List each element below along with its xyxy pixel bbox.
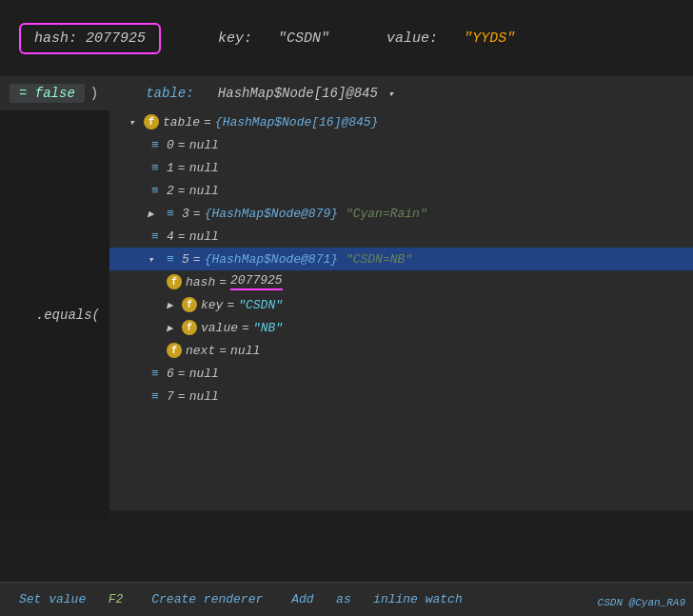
var-value: value — [201, 321, 238, 335]
idx-4: 4 — [167, 229, 174, 244]
idx-5: 5 — [182, 252, 189, 267]
field-next[interactable]: f next = null — [109, 339, 693, 362]
idx-1: 1 — [167, 161, 174, 175]
value-value: "YYDS" — [464, 30, 515, 47]
inline-watch-label: inline watch — [373, 592, 463, 606]
eq-1: = — [178, 161, 186, 175]
array-icon-3: ≡ — [163, 206, 178, 221]
array-icon-1: ≡ — [148, 160, 163, 175]
eq-7: = — [178, 389, 186, 404]
field-key[interactable]: ▶ f key = "CSDN" — [109, 293, 693, 316]
value-str-val: "NB" — [253, 321, 283, 335]
array-item-1[interactable]: ≡ 1 = null — [109, 156, 693, 179]
array-item-0[interactable]: ≡ 0 = null — [109, 133, 693, 156]
idx-2: 2 — [167, 184, 174, 198]
hash-num-val: 2077925 — [230, 273, 283, 290]
ref-5: {HashMap$Node@871} — [205, 252, 338, 267]
array-item-6[interactable]: ≡ 6 = null — [109, 362, 693, 385]
eq-key: = — [227, 298, 234, 312]
array-icon-6: ≡ — [148, 366, 163, 381]
array-icon-0: ≡ — [148, 137, 163, 152]
eq-sign: = — [204, 115, 211, 129]
idx-3: 3 — [182, 207, 189, 221]
top-bar: hash: 2077925 key: "CSDN" value: "YYDS" — [0, 0, 693, 76]
expand-value-icon[interactable]: ▶ — [167, 322, 178, 334]
key-str-val: "CSDN" — [238, 298, 283, 312]
collapse-arrow-5-icon[interactable]: ▾ — [148, 253, 159, 266]
val-6: null — [189, 367, 219, 381]
eq-0: = — [178, 138, 186, 152]
hash-value: 2077925 — [86, 30, 146, 47]
array-icon-4: ≡ — [148, 229, 163, 244]
add-inline-watch-button[interactable]: Add as inline watch — [291, 592, 462, 606]
var-hash: hash — [186, 275, 215, 289]
field-icon-next: f — [167, 343, 182, 358]
expand-arrow-3-icon[interactable]: ▶ — [148, 208, 159, 220]
var-key: key — [201, 298, 223, 312]
table-label: table: — [146, 86, 193, 101]
key-display: key: "CSDN" — [218, 30, 329, 47]
val-0: null — [189, 138, 219, 152]
set-value-button[interactable]: Set value F2 — [19, 592, 123, 606]
val-4: null — [189, 229, 219, 244]
field-icon-value: f — [182, 320, 197, 335]
false-bar: = false ) table: HashMap$Node[16]@845 ▾ — [0, 76, 693, 110]
str-3: "Cyan=Rain" — [346, 207, 427, 221]
next-val: null — [230, 344, 260, 358]
field-hash[interactable]: f hash = 2077925 — [109, 270, 693, 293]
dropdown-arrow-icon[interactable]: ▾ — [387, 89, 394, 100]
key-label: key: — [218, 30, 252, 47]
idx-0: 0 — [167, 138, 174, 152]
field-icon-key: f — [182, 297, 197, 312]
create-renderer-label: Create renderer — [151, 592, 263, 606]
value-label: value: — [386, 30, 438, 47]
debug-panel: ▾ f table = {HashMap$Node[16]@845} ≡ 0 =… — [109, 110, 693, 510]
bottom-bar: Set value F2 Create renderer Add as inli… — [0, 582, 693, 616]
array-item-5[interactable]: ▾ ≡ 5 = {HashMap$Node@871} "CSDN=NB" — [109, 248, 693, 270]
left-panel: .equals( — [0, 110, 109, 520]
expand-key-icon[interactable]: ▶ — [167, 299, 178, 311]
var-table: table — [163, 115, 200, 129]
f2-key-hint: F2 — [109, 592, 124, 606]
array-item-7[interactable]: ≡ 7 = null — [109, 385, 693, 407]
as-label: as — [336, 592, 351, 606]
array-item-3[interactable]: ▶ ≡ 3 = {HashMap$Node@879} "Cyan=Rain" — [109, 202, 693, 225]
table-obj-ref: {HashMap$Node[16]@845} — [215, 115, 379, 129]
val-7: null — [189, 389, 219, 404]
table-header: table: HashMap$Node[16]@845 ▾ — [127, 86, 693, 101]
idx-6: 6 — [167, 367, 174, 381]
str-5: "CSDN=NB" — [346, 252, 412, 267]
eq-4: = — [178, 229, 186, 244]
array-icon-2: ≡ — [148, 183, 163, 198]
hash-box: hash: 2077925 — [19, 23, 161, 54]
key-value: "CSDN" — [278, 30, 329, 47]
array-icon-7: ≡ — [148, 388, 163, 404]
eq-3: = — [193, 207, 201, 221]
hash-label: hash: — [34, 30, 77, 47]
val-1: null — [189, 161, 219, 175]
eq-next: = — [219, 344, 227, 358]
table-ref: HashMap$Node[16]@845 — [218, 86, 378, 101]
close-paren: ) — [90, 86, 98, 101]
array-item-2[interactable]: ≡ 2 = null — [109, 179, 693, 202]
ref-3: {HashMap$Node@879} — [205, 207, 338, 221]
table-row-header[interactable]: ▾ f table = {HashMap$Node[16]@845} — [109, 110, 693, 133]
collapse-arrow-icon[interactable]: ▾ — [129, 116, 140, 129]
watermark: CSDN @Cyan_RA9 — [598, 597, 685, 608]
eq-2: = — [178, 184, 186, 198]
field-icon-table: f — [144, 114, 159, 129]
add-label: Add — [291, 592, 313, 606]
false-badge: = false — [10, 84, 85, 103]
field-icon-hash: f — [167, 274, 182, 289]
eq-6: = — [178, 367, 186, 381]
var-next: next — [186, 344, 215, 358]
equals-text: .equals( — [36, 308, 100, 323]
eq-5: = — [193, 252, 201, 267]
array-icon-5: ≡ — [163, 251, 178, 267]
field-value[interactable]: ▶ f value = "NB" — [109, 316, 693, 339]
eq-hash: = — [219, 275, 227, 289]
eq-value: = — [242, 321, 249, 335]
val-2: null — [189, 184, 219, 198]
array-item-4[interactable]: ≡ 4 = null — [109, 225, 693, 248]
create-renderer-button[interactable]: Create renderer — [151, 592, 263, 606]
